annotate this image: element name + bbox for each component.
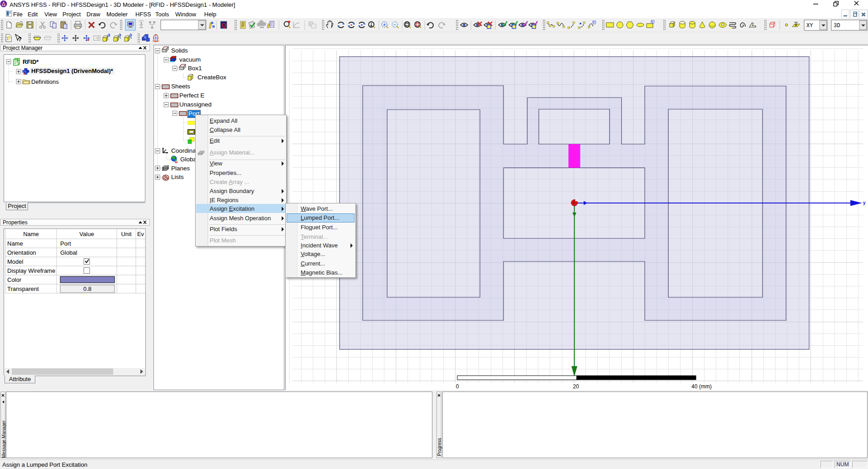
svg-text:0: 0 — [456, 383, 459, 390]
svg-text:40 (mm): 40 (mm) — [691, 383, 712, 390]
svg-text:y: y — [863, 200, 866, 205]
svg-text:20: 20 — [573, 383, 579, 390]
